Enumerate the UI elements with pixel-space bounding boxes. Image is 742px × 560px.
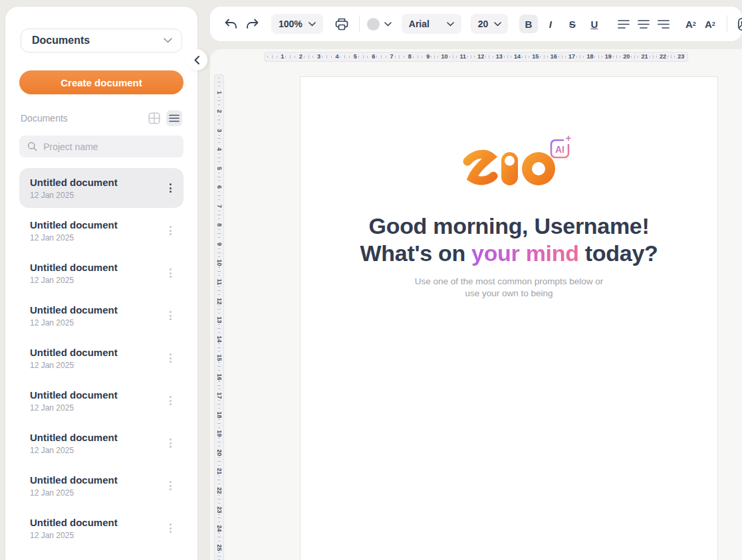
ruler-number: 11 (459, 54, 466, 60)
align-right-button[interactable] (654, 15, 673, 33)
chevron-down-icon (447, 22, 454, 27)
font-size-dropdown[interactable]: 20 (471, 14, 508, 34)
underline-button[interactable]: U (585, 15, 604, 33)
redo-button[interactable] (243, 15, 261, 33)
document-date: 12 Jan 2025 (30, 233, 118, 242)
ruler-number: 9 (426, 54, 430, 60)
search-input[interactable] (43, 141, 176, 152)
ruler-number: 18 (586, 54, 593, 60)
toolbar-separator (359, 15, 360, 33)
editor-toolbar: 100% Arial 20 B I S U A2 A2 (210, 7, 742, 41)
document-date: 12 Jan 2025 (30, 361, 118, 370)
document-list-item[interactable]: Untitled document 12 Jan 2025 (19, 381, 184, 420)
zoom-dropdown[interactable]: 100% (271, 14, 323, 34)
chevron-down-icon (164, 38, 172, 43)
ruler-number: 13 (216, 317, 222, 324)
insert-image-button[interactable] (735, 15, 742, 33)
greeting-line2: What's on your mind today? (301, 240, 717, 267)
ruler-number: 21 (216, 468, 222, 475)
document-list-item[interactable]: Untitled document 12 Jan 2025 (19, 423, 184, 463)
align-center-button[interactable] (634, 15, 653, 33)
document-title: Untitled document (30, 432, 118, 443)
kebab-menu-icon[interactable] (167, 307, 174, 324)
ruler-number: 10 (216, 260, 222, 266)
print-button[interactable] (332, 15, 351, 33)
document-date: 12 Jan 2025 (30, 446, 118, 455)
text-color-dropdown[interactable] (367, 18, 392, 31)
ruler-number: 1 (216, 91, 222, 94)
subscript-button[interactable]: A2 (701, 15, 719, 33)
kebab-menu-icon[interactable] (167, 179, 174, 197)
bold-button[interactable]: B (519, 15, 538, 33)
text-color-icon (367, 18, 380, 31)
ruler-number: 11 (216, 279, 222, 286)
ruler-number: 3 (216, 129, 222, 132)
document-title: Untitled document (30, 389, 118, 401)
ruler-number: 19 (216, 430, 222, 437)
kebab-menu-icon[interactable] (167, 392, 174, 409)
superscript-button[interactable]: A2 (681, 15, 700, 33)
ruler-number: 14 (216, 335, 222, 342)
vertical-ruler: 1234567891011121314151617181920212223242… (214, 74, 224, 560)
document-list-item[interactable]: Untitled document 12 Jan 2025 (19, 168, 184, 208)
document-list-item[interactable]: Untitled document 12 Jan 2025 (19, 508, 184, 548)
ruler-number: 4 (216, 147, 222, 151)
svg-text:AI: AI (555, 144, 564, 155)
ruler-number: 12 (477, 54, 484, 60)
kebab-menu-icon[interactable] (167, 264, 174, 282)
kebab-menu-icon[interactable] (167, 477, 174, 494)
ruler-number: 20 (216, 449, 222, 456)
chevron-down-icon (384, 22, 392, 27)
svg-text:+: + (566, 132, 572, 143)
document-page[interactable]: AI + Good morning, Username! What's on y… (300, 76, 718, 560)
ruler-number: 3 (317, 54, 320, 60)
italic-button[interactable]: I (541, 15, 560, 33)
collection-dropdown[interactable]: Documents (21, 29, 182, 52)
kebab-menu-icon[interactable] (167, 519, 174, 537)
toolbar-separator (727, 15, 727, 33)
ruler-number: 15 (216, 355, 222, 361)
ruler-number: 9 (216, 242, 222, 246)
kebab-menu-icon[interactable] (167, 349, 174, 367)
grid-view-icon[interactable] (146, 110, 162, 126)
collapse-sidebar-button[interactable] (186, 49, 207, 70)
ruler-number: 17 (568, 54, 575, 60)
align-center-icon (637, 19, 650, 29)
document-list-item[interactable]: Untitled document 12 Jan 2025 (19, 253, 184, 293)
document-list-item[interactable]: Untitled document 12 Jan 2025 (19, 296, 184, 335)
ruler-number: 4 (335, 54, 338, 60)
ruler-number: 12 (216, 298, 222, 304)
kebab-menu-icon[interactable] (167, 222, 174, 239)
document-list-item[interactable]: Untitled document 12 Jan 2025 (19, 211, 184, 250)
ruler-number: 22 (660, 54, 666, 60)
sidebar: Documents Create document Documents Unti… (5, 7, 197, 560)
strikethrough-button[interactable]: S (563, 15, 582, 33)
document-search[interactable] (19, 136, 184, 157)
documents-section-label: Documents (21, 113, 68, 124)
horizontal-ruler: 1234567891011121314151617181920212223 (264, 52, 688, 62)
ruler-number: 13 (496, 54, 503, 60)
ruler-number: 25 (216, 544, 222, 551)
document-title: Untitled document (30, 219, 118, 231)
ruler-number: 22 (216, 488, 222, 494)
ruler-number: 7 (216, 205, 222, 208)
ruler-number: 23 (216, 506, 222, 513)
font-family-dropdown[interactable]: Arial (402, 14, 461, 34)
document-list-item[interactable]: Untitled document 12 Jan 2025 (19, 338, 184, 378)
insert-image-icon (737, 17, 742, 31)
kebab-menu-icon[interactable] (167, 434, 174, 452)
list-view-icon[interactable] (166, 110, 182, 126)
ruler-number: 5 (354, 54, 357, 60)
document-list-item[interactable]: Untitled document 12 Jan 2025 (19, 466, 184, 506)
ruler-number: 23 (678, 54, 684, 60)
align-left-button[interactable] (614, 15, 633, 33)
undo-button[interactable] (221, 15, 240, 33)
document-date: 12 Jan 2025 (30, 531, 118, 540)
ruler-number: 5 (216, 167, 222, 170)
ruler-number: 10 (441, 54, 448, 60)
document-date: 12 Jan 2025 (30, 488, 118, 498)
chevron-down-icon (309, 22, 316, 27)
create-document-button[interactable]: Create document (19, 70, 184, 94)
font-family-value: Arial (409, 19, 430, 29)
ruler-number: 6 (372, 54, 375, 60)
